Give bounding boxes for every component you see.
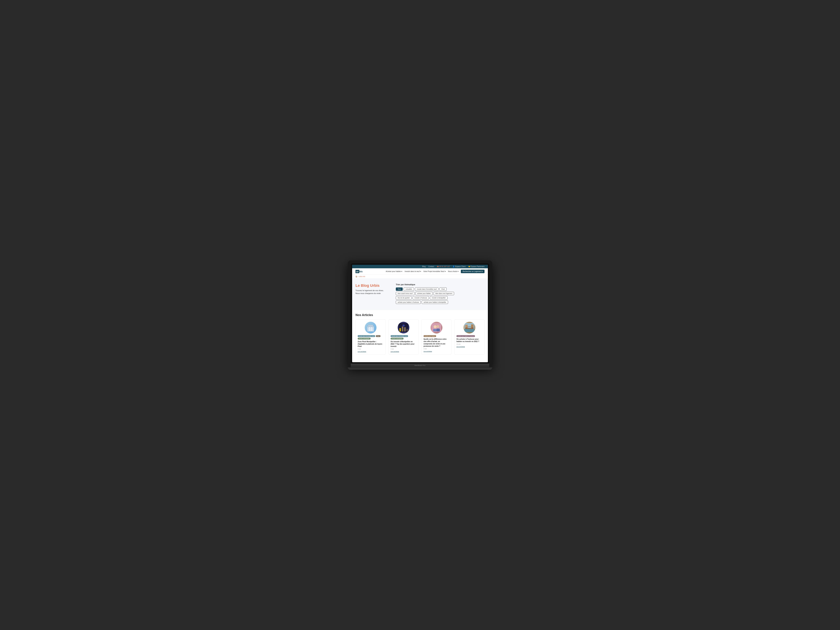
svg-rect-4 xyxy=(369,329,370,331)
hero-left: Le Blog Urbis Trouvez le logement de vos… xyxy=(355,283,389,295)
article-time-4: 10 min xyxy=(456,343,482,345)
navbar: urbis Acheter pour habiter ▾ Investir da… xyxy=(352,268,488,275)
article-time-2: 4 min xyxy=(391,348,417,350)
tag-toulouse-4[interactable]: acheter pour habiter à Toulouse xyxy=(456,335,475,337)
nav-nous[interactable]: Nous choisir ▾ xyxy=(448,270,459,272)
blog-link[interactable]: Blog xyxy=(422,265,426,267)
articles-grid: Investir dans l'immobilier neuf Pinel In… xyxy=(355,319,485,354)
tag-acheter-3[interactable]: acheter pour habiter xyxy=(423,335,436,337)
article-img-3 xyxy=(431,322,442,333)
filter-tous[interactable]: Tous xyxy=(396,287,403,291)
articles-section-title: Nos Articles xyxy=(355,313,485,317)
svg-rect-22 xyxy=(465,328,474,329)
hero-section: Le Blog Urbis Trouvez le logement de vos… xyxy=(352,278,488,310)
article-time-3: 3 min xyxy=(423,348,449,350)
filter-title: Trier par thématique xyxy=(396,283,485,286)
laptop-brand: MacBook Pro xyxy=(414,365,425,366)
nav-links: Acheter pour habiter ▾ Investir dans le … xyxy=(386,270,485,273)
filter-acheter[interactable]: acheter pour habiter xyxy=(415,292,433,295)
read-link-2[interactable]: Lire cet Article xyxy=(391,351,417,352)
filter-montpellier[interactable]: Investir à Montpellier xyxy=(430,296,448,300)
people-svg xyxy=(431,323,442,332)
tag-invest-neuf-1[interactable]: Investir dans l'immobilier neuf xyxy=(358,335,375,337)
breadcrumb-current[interactable]: Urbis-info xyxy=(359,276,365,277)
tag-montpellier-2[interactable]: Investir à Montpellier xyxy=(391,338,404,339)
read-link-4[interactable]: Lire cet Article xyxy=(456,346,482,347)
article-tags-1: Investir dans l'immobilier neuf Pinel In… xyxy=(358,335,384,339)
svg-rect-5 xyxy=(371,329,372,331)
svg-rect-9 xyxy=(404,327,406,332)
hero-title: Le Blog Urbis xyxy=(355,283,389,288)
filter-pinel[interactable]: Pinel xyxy=(439,287,447,291)
contact-link[interactable]: Contact xyxy=(428,265,434,267)
article-card-3: acheter pour habiter Quelle est la diffé… xyxy=(422,319,452,354)
svg-rect-17 xyxy=(436,328,440,332)
filter-row-3: Ma vie de quartier Investir à Toulouse I… xyxy=(396,296,485,300)
article-card-2: Investir dans l'immobilier neuf Investir… xyxy=(388,319,418,354)
city-svg xyxy=(398,323,409,332)
article-time-1: 6 min xyxy=(358,348,384,350)
article-card-1: Investir dans l'immobilier neuf Pinel In… xyxy=(355,319,386,354)
top-bar: Blog Contact ☎ 05 01 107 107 👤 Espace Cl… xyxy=(352,265,488,268)
svg-rect-2 xyxy=(369,327,370,328)
article-img-4 xyxy=(464,322,475,333)
filter-quartier[interactable]: Ma vie de quartier xyxy=(396,296,412,300)
filter-row-4: acheter pour habiter à Toulouse acheter … xyxy=(396,300,485,304)
filter-bien[interactable]: Bien dans mon logement xyxy=(434,292,454,295)
nav-investir[interactable]: Investir dans le neuf ▾ xyxy=(404,270,421,272)
filter-acheter-toulouse[interactable]: acheter pour habiter à Toulouse xyxy=(396,300,421,304)
nav-acheter[interactable]: Acheter pour habiter ▾ xyxy=(386,270,402,272)
article-tags-3: acheter pour habiter xyxy=(423,335,449,337)
filter-coach[interactable]: Mon coach immo neuf xyxy=(396,292,414,295)
svg-rect-1 xyxy=(368,325,373,327)
logo-ur: ur xyxy=(355,270,359,273)
svg-point-15 xyxy=(436,325,439,328)
filter-toulouse[interactable]: Investir à Toulouse xyxy=(413,296,429,300)
article-tags-2: Investir dans l'immobilier neuf Investir… xyxy=(391,335,417,339)
article-title-2: Où investir à Montpellier en 2022 ? Top … xyxy=(391,341,417,347)
logo[interactable]: urbis xyxy=(355,270,363,273)
svg-point-14 xyxy=(434,325,437,328)
article-title-3: Quelle est la différence entre une offre… xyxy=(423,338,449,347)
laptop-base: MacBook Pro xyxy=(351,363,489,367)
espace-partenaire-link[interactable]: 🤝 Espace Partenaire xyxy=(468,265,485,267)
breadcrumb-home[interactable]: 🏠 xyxy=(355,276,357,277)
building-svg xyxy=(366,323,376,332)
espace-client-link[interactable]: 👤 Espace Client xyxy=(453,265,465,267)
filter-section: Trier par thématique Tous Actualités Inv… xyxy=(396,283,485,305)
laptop-container: Blog Contact ☎ 05 01 107 107 👤 Espace Cl… xyxy=(348,261,492,369)
filter-row-2: Mon coach immo neuf acheter pour habiter… xyxy=(396,292,485,295)
read-link-3[interactable]: Lire cet Article xyxy=(423,351,449,352)
nav-projet[interactable]: Votre Projet Immobilier Neuf ▾ xyxy=(423,270,446,272)
articles-section: Nos Articles xyxy=(352,310,488,358)
svg-rect-7 xyxy=(399,328,401,332)
laptop-body: Blog Contact ☎ 05 01 107 107 👤 Espace Cl… xyxy=(348,261,492,367)
filter-investir-neuf[interactable]: Investir dans l'immobilier neuf xyxy=(415,287,439,291)
article-img-2 xyxy=(398,322,409,333)
tag-pinel-1[interactable]: Pinel xyxy=(376,335,381,337)
svg-rect-3 xyxy=(371,327,372,328)
tag-montpellier-1[interactable]: Investir à Montpellier xyxy=(358,338,371,339)
svg-rect-13 xyxy=(431,323,442,332)
filter-row-1: Tous Actualités Investir dans l'immobili… xyxy=(396,287,485,291)
hero-subtitle-line1: Trouvez le logement de vos rêves. xyxy=(355,289,384,292)
article-card-4: acheter pour habiter à Toulouse Où achet… xyxy=(454,319,485,354)
laptop-stand xyxy=(348,367,492,369)
filter-actualites[interactable]: Actualités xyxy=(404,287,414,291)
nav-rechercher[interactable]: Rechercher un Logement ▾ xyxy=(461,270,485,273)
bridge-svg xyxy=(464,323,474,332)
svg-rect-8 xyxy=(402,327,403,332)
svg-point-12 xyxy=(403,325,404,327)
breadcrumb-separator: › xyxy=(358,276,358,277)
filter-acheter-montpellier[interactable]: acheter pour habiter à Montpellier xyxy=(422,300,448,304)
svg-rect-10 xyxy=(407,329,408,332)
svg-rect-19 xyxy=(464,329,474,332)
read-link-1[interactable]: Lire cet Article xyxy=(358,351,384,352)
hero-subtitle-line2: Nous nous chargeons du reste xyxy=(355,292,381,294)
phone-number: ☎ 05 01 107 107 xyxy=(437,265,450,267)
article-title-1: Zone Pinel Montpellier : éligibilité et … xyxy=(358,341,384,347)
hero-subtitle: Trouvez le logement de vos rêves. Nous n… xyxy=(355,289,389,295)
svg-rect-16 xyxy=(433,329,436,332)
article-tags-4: acheter pour habiter à Toulouse xyxy=(456,335,482,337)
tag-invest-neuf-2[interactable]: Investir dans l'immobilier neuf xyxy=(391,335,408,337)
